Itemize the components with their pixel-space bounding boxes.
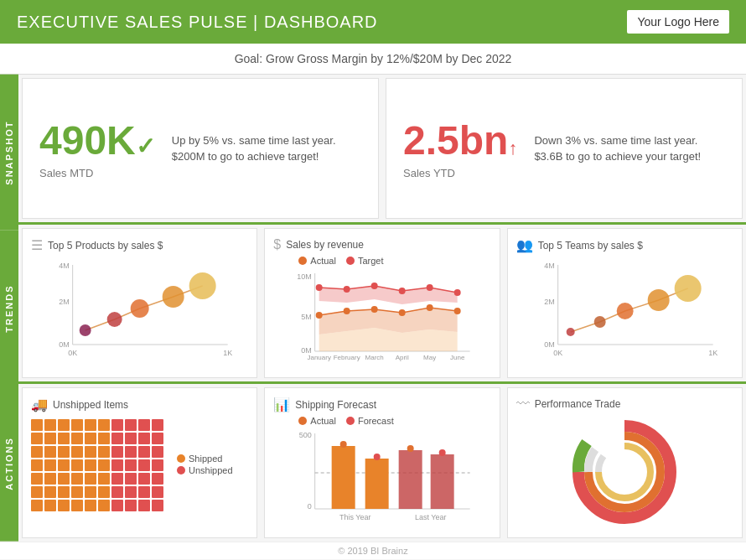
revenue-chart: 10M 5M 0M January February March April M… [273,269,490,370]
unshipped-card: 🚚 Unshipped Items [22,387,257,538]
ytd-value: 2.5bn↑ [403,117,517,163]
logo: Your Logo Here [627,10,729,34]
trends-label: TRENDS [0,231,18,386]
svg-rect-53 [365,459,389,509]
svg-text:10M: 10M [297,272,312,281]
svg-text:4M: 4M [59,262,70,270]
svg-point-7 [80,324,91,336]
performance-title: 〰 Performance Trade [516,397,733,412]
teams-card: 👥 Top 5 Teams by sales $ 4M 2M 0M 0K 1K [507,228,743,378]
footer: © 2019 BI Brainz [0,542,746,559]
svg-point-8 [107,312,122,327]
svg-point-24 [344,308,350,314]
waffle-chart [31,419,163,511]
header-title: EXECUTIVE SALES PULSE | DASHBOARD [17,13,378,32]
svg-rect-52 [332,446,355,509]
svg-point-32 [399,288,406,294]
title-sub: DASHBOARD [264,13,378,31]
products-title: ☰ Top 5 Products by sales $ [31,237,248,253]
svg-text:April: April [396,354,409,361]
svg-point-11 [189,272,216,299]
svg-text:This Year: This Year [339,513,371,521]
svg-rect-54 [399,450,422,509]
svg-point-31 [371,283,378,289]
svg-point-23 [316,312,323,319]
svg-text:February: February [334,354,360,361]
snapshot-mtd-card: 490K✓ Sales MTD Up by 5% vs. same time l… [22,78,379,219]
unshipped-icon: 🚚 [31,397,48,412]
title-main: EXECUTIVE SALES PULSE [17,13,248,31]
teams-chart: 4M 2M 0M 0K 1K [516,257,733,357]
performance-icon: 〰 [516,397,530,412]
svg-point-10 [163,286,184,308]
forecast-forecast-legend: Forecast [346,416,394,426]
performance-card: 〰 Performance Trade [507,387,743,538]
ytd-label: Sales YTD [403,167,517,179]
svg-text:1K: 1K [708,349,718,357]
forecast-actual-legend: Actual [298,416,336,426]
svg-text:Last Year: Last Year [415,513,447,521]
svg-text:June: June [450,354,465,361]
content-area: 490K✓ Sales MTD Up by 5% vs. same time l… [18,75,746,542]
svg-point-58 [407,445,414,452]
trends-row: ☰ Top 5 Products by sales $ 4M 2M 0M 0K [18,225,746,384]
svg-point-9 [131,299,149,318]
mtd-description: Up by 5% vs. same time last year. $200M … [172,132,361,165]
revenue-title: $ Sales by revenue [273,237,490,252]
snapshot-label: SNAPSHOT [0,75,18,231]
snapshot-ytd-card: 2.5bn↑ Sales YTD Down 3% vs. same time l… [386,78,743,219]
goal-bar: Goal: Grow Gross Margin by 12%/$20M by D… [0,44,746,75]
revenue-card: $ Sales by revenue Actual Target [264,228,500,378]
mtd-arrow: ✓ [136,133,155,159]
ytd-description: Down 3% vs. same time last year. $3.6B t… [534,132,725,165]
teams-title: 👥 Top 5 Teams by sales $ [516,237,733,253]
svg-text:0M: 0M [59,340,70,349]
mtd-value: 490K✓ [39,117,155,163]
ytd-arrow: ↑ [508,137,517,158]
svg-text:March: March [365,354,384,361]
svg-point-45 [647,289,669,311]
svg-text:May: May [423,354,436,361]
svg-text:1K: 1K [223,349,232,357]
svg-text:2M: 2M [544,298,555,306]
svg-point-57 [374,454,381,460]
footer-text: © 2019 BI Brainz [338,546,407,556]
svg-rect-55 [431,454,454,509]
svg-text:2M: 2M [59,298,70,306]
forecast-card: 📊 Shipping Forecast Actual Forecast [264,387,500,538]
svg-point-43 [593,316,605,328]
svg-text:0K: 0K [68,349,77,357]
svg-point-44 [616,303,633,319]
main-content: SNAPSHOT TRENDS ACTIONS 490K✓ Sales MTD … [0,75,746,542]
unshipped-title: 🚚 Unshipped Items [31,397,248,412]
waffle-legend: Shipped Unshipped [177,454,233,477]
products-card: ☰ Top 5 Products by sales $ 4M 2M 0M 0K [22,228,257,378]
svg-point-46 [674,275,701,302]
svg-point-30 [344,286,350,293]
revenue-actual-legend: Actual [298,256,336,266]
svg-text:0M: 0M [544,340,555,349]
svg-text:0K: 0K [553,349,562,357]
svg-text:4M: 4M [544,262,555,270]
svg-point-29 [316,284,323,291]
svg-point-42 [566,328,574,336]
title-separator: | [253,13,264,31]
svg-text:January: January [308,354,331,361]
svg-point-25 [371,306,378,313]
snapshot-row: 490K✓ Sales MTD Up by 5% vs. same time l… [18,75,746,225]
actions-label: ACTIONS [0,386,18,542]
svg-point-56 [340,441,347,448]
unshipped-legend: Unshipped [177,465,233,475]
forecast-chart: 500 0 [273,429,490,529]
svg-point-33 [427,284,433,291]
svg-text:5M: 5M [301,313,312,321]
products-icon: ☰ [31,237,43,253]
products-chart: 4M 2M 0M 0K 1K [31,257,248,357]
actions-row: 🚚 Unshipped Items [18,384,746,542]
goal-text: Goal: Grow Gross Margin by 12%/$20M by D… [235,52,512,65]
svg-text:500: 500 [299,431,312,439]
mtd-metric: 490K✓ Sales MTD [39,117,155,179]
svg-point-27 [427,304,433,311]
header: EXECUTIVE SALES PULSE | DASHBOARD Your L… [0,0,746,44]
ytd-metric: 2.5bn↑ Sales YTD [403,117,517,179]
